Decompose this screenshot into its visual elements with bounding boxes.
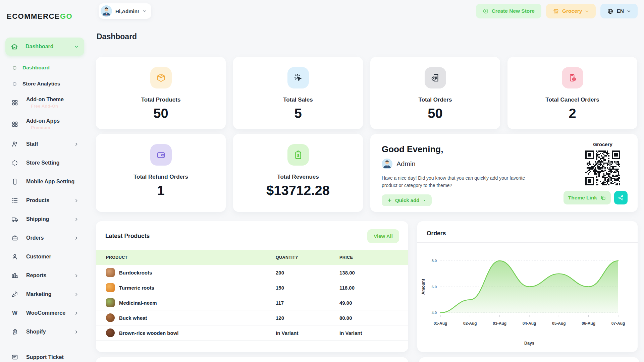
sidebar-item-label: Store Analytics: [22, 81, 79, 87]
sidebar-item-dashboard-sub[interactable]: Dashboard: [5, 60, 84, 76]
list-icon: [11, 196, 19, 204]
sidebar-item-label: Shopify: [26, 329, 74, 335]
stat-label: Total Products: [141, 97, 181, 103]
product-quantity: In Variant: [276, 330, 339, 336]
briefcase-icon: [11, 234, 19, 242]
latest-products-card: Latest Products View All PRODUCT QUANTIT…: [96, 221, 408, 352]
language-selector-button[interactable]: EN: [600, 4, 638, 18]
qr-code: [585, 150, 620, 185]
user-menu-chip[interactable]: Hi,Admin!: [99, 3, 151, 19]
column-header-price: PRICE: [339, 255, 408, 260]
share-button[interactable]: [614, 191, 628, 204]
svg-text:4.0: 4.0: [432, 311, 437, 315]
cursor-click-icon: [287, 67, 309, 88]
table-row[interactable]: Buck wheat 120 80.00: [96, 310, 408, 325]
megaphone-icon: [11, 290, 19, 298]
sidebar-item-addon-apps[interactable]: Add-on Apps Premium: [5, 113, 84, 135]
brand-logo[interactable]: ECOMMERCEGO: [7, 12, 72, 21]
chevron-right-icon: [74, 330, 79, 334]
sidebar-item-support-ticket[interactable]: Support Ticket: [5, 348, 84, 362]
table-row[interactable]: Brown-rice wooden bowl In Variant In Var…: [96, 325, 408, 341]
sidebar-item-label: Customer: [26, 254, 79, 260]
table-row[interactable]: Burdockroots 200 138.00: [96, 265, 408, 280]
theme-link-button[interactable]: Theme Link: [564, 191, 611, 204]
stat-card-total-products: Total Products 50: [96, 57, 226, 129]
stat-card-total-refund-orders: Total Refund Orders 1: [96, 134, 226, 212]
orders-chart-title: Orders: [427, 230, 446, 237]
svg-text:Days: Days: [524, 341, 534, 346]
svg-text:S: S: [14, 331, 16, 333]
sidebar-item-shopify[interactable]: S Shopify: [5, 322, 84, 341]
sidebar-item-reports[interactable]: Reports: [5, 266, 84, 285]
sidebar-item-shipping[interactable]: Shipping: [5, 210, 84, 229]
chevron-down-icon: [627, 9, 631, 13]
product-quantity: 120: [276, 315, 339, 321]
sidebar-item-staff[interactable]: Staff: [5, 135, 84, 154]
product-thumbnail: [106, 313, 115, 322]
view-all-button[interactable]: View All: [367, 229, 399, 243]
sidebar-item-store-setting[interactable]: Store Setting: [5, 154, 84, 172]
sidebar-item-label: Dashboard: [25, 44, 74, 50]
svg-text:07-Aug: 07-Aug: [611, 321, 625, 326]
stat-label: Total Cancel Orders: [545, 97, 599, 103]
sidebar-item-orders[interactable]: Orders: [5, 229, 84, 247]
plus-circle-icon: [483, 8, 489, 14]
person-icon: [11, 253, 19, 261]
chevron-right-icon: [74, 292, 79, 297]
svg-text:6.0: 6.0: [432, 285, 437, 289]
stat-card-total-revenues: $ Total Revenues $13712.28: [233, 134, 363, 212]
quick-add-button[interactable]: Quick add: [382, 194, 432, 206]
table-row[interactable]: Turmeric roots 150 118.00: [96, 280, 408, 295]
product-thumbnail: [106, 298, 115, 307]
store-selector-label: Grocery: [562, 8, 582, 14]
sidebar-item-addon-theme[interactable]: Add-on Theme Free Add-On: [5, 92, 84, 113]
sidebar-item-label: Store Setting: [26, 160, 79, 166]
sidebar-item-label: Shipping: [26, 216, 74, 222]
caret-down-icon: [423, 198, 426, 202]
store-selector-button[interactable]: Grocery: [546, 4, 596, 18]
sidebar-item-mobile-app-setting[interactable]: Mobile App Setting: [5, 172, 84, 191]
ring-icon: [13, 66, 16, 70]
stat-label: Total Refund Orders: [133, 174, 188, 180]
products-table-header: PRODUCT QUANTITY PRICE: [96, 250, 408, 265]
orders-area-chart: 8.06.04.001-Aug02-Aug03-Aug04-Aug05-Aug0…: [417, 242, 638, 352]
product-name: Buck wheat: [119, 315, 147, 321]
create-new-store-button[interactable]: Create New Store: [476, 4, 541, 18]
theme-link-label: Theme Link: [568, 195, 597, 201]
sidebar-item-dashboard[interactable]: Dashboard: [5, 38, 84, 56]
chevron-right-icon: [74, 198, 79, 203]
admin-avatar: [101, 5, 112, 17]
sidebar-item-customer[interactable]: Customer: [5, 247, 84, 266]
stat-value: 2: [569, 106, 576, 121]
home-icon: [11, 43, 18, 50]
sidebar-item-store-analytics[interactable]: Store Analytics: [5, 76, 84, 92]
greeting-card: Good Evening, Admin Have a nice day! Did…: [370, 134, 638, 212]
sidebar-item-label: Dashboard: [22, 65, 79, 71]
product-name: Medicinal-neem: [119, 300, 157, 306]
svg-text:06-Aug: 06-Aug: [582, 321, 595, 326]
sidebar-item-marketing[interactable]: Marketing: [5, 285, 84, 304]
sidebar-item-label: Add-on Theme: [26, 97, 79, 103]
svg-text:8.0: 8.0: [432, 259, 437, 263]
svg-text:01-Aug: 01-Aug: [434, 321, 447, 326]
sidebar-item-woocommerce[interactable]: W WooCommerce: [5, 304, 84, 322]
products-table: PRODUCT QUANTITY PRICE Burdockroots 200 …: [96, 250, 408, 341]
dotted-gear-icon: [11, 159, 19, 167]
sidebar-item-label: WooCommerce: [26, 310, 74, 316]
stats-row-2: Total Refund Orders 1 $ Total Revenues $…: [96, 134, 638, 212]
stat-card-total-orders: Total Orders 50: [370, 57, 500, 129]
chevron-right-icon: [74, 217, 79, 222]
create-new-store-label: Create New Store: [492, 8, 535, 14]
product-price: 118.00: [339, 285, 408, 291]
stat-card-total-sales: Total Sales 5: [233, 57, 363, 129]
sidebar-item-label: Products: [26, 197, 74, 203]
sidebar-item-products[interactable]: Products: [5, 191, 84, 210]
product-name: Burdockroots: [119, 270, 152, 276]
product-quantity: 117: [276, 300, 339, 306]
product-price: 138.00: [339, 270, 408, 276]
greeting-username: Admin: [396, 160, 416, 168]
table-row[interactable]: Medicinal-neem 117 49.00: [96, 295, 408, 310]
main-content: Hi,Admin! Create New Store Grocery EN Da…: [96, 0, 638, 362]
svg-text:$: $: [297, 154, 300, 158]
below-fold-row: [96, 357, 639, 362]
